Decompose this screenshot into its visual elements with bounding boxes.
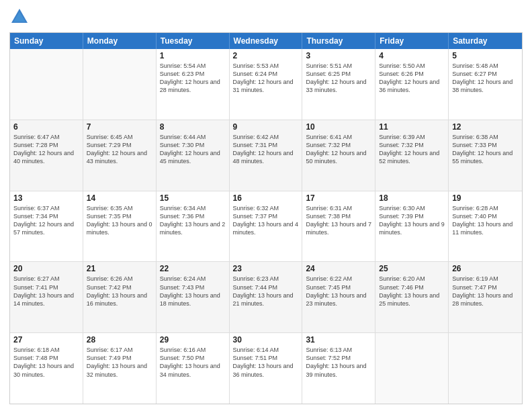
cell-text: Sunrise: 6:19 AM Sunset: 7:47 PM Dayligh… <box>452 275 519 308</box>
cell-text: Sunrise: 6:26 AM Sunset: 7:42 PM Dayligh… <box>87 275 152 308</box>
calendar-cell <box>449 333 522 404</box>
cell-text: Sunrise: 6:30 AM Sunset: 7:39 PM Dayligh… <box>379 204 445 237</box>
calendar-cell: 25Sunrise: 6:20 AM Sunset: 7:46 PM Dayli… <box>375 262 449 332</box>
calendar-cell: 17Sunrise: 6:31 AM Sunset: 7:38 PM Dayli… <box>302 191 375 262</box>
day-number: 4 <box>379 51 445 60</box>
cell-text: Sunrise: 6:45 AM Sunset: 7:29 PM Dayligh… <box>87 133 152 166</box>
day-number: 1 <box>160 51 226 60</box>
calendar: SundayMondayTuesdayWednesdayThursdayFrid… <box>9 32 523 404</box>
calendar-cell: 22Sunrise: 6:24 AM Sunset: 7:43 PM Dayli… <box>157 262 230 332</box>
logo <box>9 7 32 27</box>
day-number: 9 <box>233 122 299 132</box>
cell-text: Sunrise: 6:39 AM Sunset: 7:32 PM Dayligh… <box>379 133 445 166</box>
header-day-tuesday: Tuesday <box>157 33 230 49</box>
cell-text: Sunrise: 5:50 AM Sunset: 6:26 PM Dayligh… <box>379 62 445 95</box>
day-number: 11 <box>379 122 445 132</box>
calendar-cell: 3Sunrise: 5:51 AM Sunset: 6:25 PM Daylig… <box>302 49 375 120</box>
cell-text: Sunrise: 5:54 AM Sunset: 6:23 PM Dayligh… <box>160 62 226 95</box>
calendar-cell <box>375 333 449 404</box>
calendar-cell <box>83 49 157 120</box>
day-number: 26 <box>452 264 519 273</box>
cell-text: Sunrise: 6:27 AM Sunset: 7:41 PM Dayligh… <box>13 275 79 308</box>
day-number: 21 <box>87 264 152 273</box>
day-number: 18 <box>379 193 445 203</box>
cell-text: Sunrise: 6:23 AM Sunset: 7:44 PM Dayligh… <box>233 275 299 308</box>
calendar-cell: 11Sunrise: 6:39 AM Sunset: 7:32 PM Dayli… <box>375 120 449 191</box>
calendar-cell: 18Sunrise: 6:30 AM Sunset: 7:39 PM Dayli… <box>375 191 449 262</box>
day-number: 8 <box>160 122 226 132</box>
day-number: 14 <box>87 193 152 203</box>
cell-text: Sunrise: 6:31 AM Sunset: 7:38 PM Dayligh… <box>306 204 371 237</box>
day-number: 31 <box>306 335 371 345</box>
calendar-cell: 10Sunrise: 6:41 AM Sunset: 7:32 PM Dayli… <box>302 120 375 191</box>
calendar-body: 1Sunrise: 5:54 AM Sunset: 6:23 PM Daylig… <box>10 49 522 404</box>
day-number: 20 <box>13 264 79 273</box>
day-number: 23 <box>233 264 299 273</box>
calendar-row: 1Sunrise: 5:54 AM Sunset: 6:23 PM Daylig… <box>10 49 522 120</box>
logo-icon <box>9 7 30 27</box>
header-day-monday: Monday <box>83 33 157 49</box>
cell-text: Sunrise: 6:34 AM Sunset: 7:36 PM Dayligh… <box>160 204 226 237</box>
cell-text: Sunrise: 5:51 AM Sunset: 6:25 PM Dayligh… <box>306 62 371 95</box>
calendar-cell: 26Sunrise: 6:19 AM Sunset: 7:47 PM Dayli… <box>449 262 522 332</box>
calendar-cell: 23Sunrise: 6:23 AM Sunset: 7:44 PM Dayli… <box>230 262 303 332</box>
calendar-cell: 31Sunrise: 6:13 AM Sunset: 7:52 PM Dayli… <box>302 333 375 404</box>
calendar-cell: 9Sunrise: 6:42 AM Sunset: 7:31 PM Daylig… <box>230 120 303 191</box>
cell-text: Sunrise: 6:24 AM Sunset: 7:43 PM Dayligh… <box>160 275 226 308</box>
day-number: 10 <box>306 122 371 132</box>
calendar-row: 27Sunrise: 6:18 AM Sunset: 7:48 PM Dayli… <box>10 333 522 404</box>
day-number: 7 <box>87 122 152 132</box>
day-number: 17 <box>306 193 371 203</box>
cell-text: Sunrise: 5:48 AM Sunset: 6:27 PM Dayligh… <box>452 62 519 95</box>
header-day-thursday: Thursday <box>302 33 375 49</box>
header-day-wednesday: Wednesday <box>230 33 303 49</box>
cell-text: Sunrise: 6:14 AM Sunset: 7:51 PM Dayligh… <box>233 346 299 379</box>
day-number: 3 <box>306 51 371 60</box>
calendar-cell: 8Sunrise: 6:44 AM Sunset: 7:30 PM Daylig… <box>157 120 230 191</box>
day-number: 22 <box>160 264 226 273</box>
cell-text: Sunrise: 6:16 AM Sunset: 7:50 PM Dayligh… <box>160 346 226 379</box>
day-number: 16 <box>233 193 299 203</box>
calendar-cell: 5Sunrise: 5:48 AM Sunset: 6:27 PM Daylig… <box>449 49 522 120</box>
calendar-cell: 2Sunrise: 5:53 AM Sunset: 6:24 PM Daylig… <box>230 49 303 120</box>
day-number: 19 <box>452 193 519 203</box>
day-number: 6 <box>13 122 79 132</box>
cell-text: Sunrise: 6:17 AM Sunset: 7:49 PM Dayligh… <box>87 346 152 379</box>
day-number: 30 <box>233 335 299 345</box>
calendar-cell: 20Sunrise: 6:27 AM Sunset: 7:41 PM Dayli… <box>10 262 83 332</box>
calendar-cell: 16Sunrise: 6:32 AM Sunset: 7:37 PM Dayli… <box>230 191 303 262</box>
day-number: 29 <box>160 335 226 345</box>
calendar-header: SundayMondayTuesdayWednesdayThursdayFrid… <box>10 33 522 49</box>
day-number: 13 <box>13 193 79 203</box>
cell-text: Sunrise: 6:18 AM Sunset: 7:48 PM Dayligh… <box>13 346 79 379</box>
page: SundayMondayTuesdayWednesdayThursdayFrid… <box>0 0 532 411</box>
calendar-cell: 21Sunrise: 6:26 AM Sunset: 7:42 PM Dayli… <box>83 262 157 332</box>
calendar-cell: 29Sunrise: 6:16 AM Sunset: 7:50 PM Dayli… <box>157 333 230 404</box>
cell-text: Sunrise: 6:38 AM Sunset: 7:33 PM Dayligh… <box>452 133 519 166</box>
calendar-cell: 14Sunrise: 6:35 AM Sunset: 7:35 PM Dayli… <box>83 191 157 262</box>
cell-text: Sunrise: 6:28 AM Sunset: 7:40 PM Dayligh… <box>452 204 519 237</box>
cell-text: Sunrise: 6:44 AM Sunset: 7:30 PM Dayligh… <box>160 133 226 166</box>
calendar-cell: 13Sunrise: 6:37 AM Sunset: 7:34 PM Dayli… <box>10 191 83 262</box>
cell-text: Sunrise: 6:20 AM Sunset: 7:46 PM Dayligh… <box>379 275 445 308</box>
calendar-row: 20Sunrise: 6:27 AM Sunset: 7:41 PM Dayli… <box>10 262 522 333</box>
cell-text: Sunrise: 6:22 AM Sunset: 7:45 PM Dayligh… <box>306 275 371 308</box>
cell-text: Sunrise: 6:41 AM Sunset: 7:32 PM Dayligh… <box>306 133 371 166</box>
day-number: 15 <box>160 193 226 203</box>
day-number: 12 <box>452 122 519 132</box>
cell-text: Sunrise: 6:42 AM Sunset: 7:31 PM Dayligh… <box>233 133 299 166</box>
day-number: 27 <box>13 335 79 345</box>
cell-text: Sunrise: 6:13 AM Sunset: 7:52 PM Dayligh… <box>306 346 371 379</box>
cell-text: Sunrise: 6:32 AM Sunset: 7:37 PM Dayligh… <box>233 204 299 237</box>
calendar-cell: 28Sunrise: 6:17 AM Sunset: 7:49 PM Dayli… <box>83 333 157 404</box>
calendar-cell: 1Sunrise: 5:54 AM Sunset: 6:23 PM Daylig… <box>157 49 230 120</box>
cell-text: Sunrise: 6:37 AM Sunset: 7:34 PM Dayligh… <box>13 204 79 237</box>
day-number: 25 <box>379 264 445 273</box>
cell-text: Sunrise: 5:53 AM Sunset: 6:24 PM Dayligh… <box>233 62 299 95</box>
day-number: 2 <box>233 51 299 60</box>
header-day-saturday: Saturday <box>449 33 522 49</box>
cell-text: Sunrise: 6:47 AM Sunset: 7:28 PM Dayligh… <box>13 133 79 166</box>
calendar-cell: 4Sunrise: 5:50 AM Sunset: 6:26 PM Daylig… <box>375 49 449 120</box>
calendar-cell: 7Sunrise: 6:45 AM Sunset: 7:29 PM Daylig… <box>83 120 157 191</box>
calendar-row: 13Sunrise: 6:37 AM Sunset: 7:34 PM Dayli… <box>10 191 522 263</box>
